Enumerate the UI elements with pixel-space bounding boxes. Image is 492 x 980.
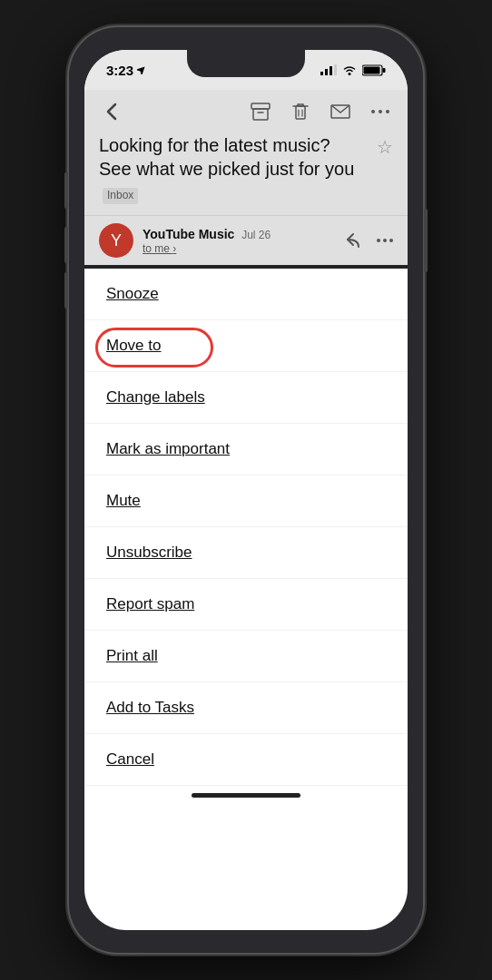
menu-item-mute[interactable]: Mute (84, 475, 408, 527)
email-nav-row (99, 99, 393, 124)
home-indicator[interactable] (192, 793, 300, 798)
header-action-icons (248, 99, 393, 124)
star-icon[interactable]: ☆ (377, 135, 393, 159)
signal-icon (320, 64, 337, 75)
menu-sheet: SnoozeMove toChange labelsMark as import… (84, 269, 408, 786)
sender-date: Jul 26 (239, 229, 271, 241)
wifi-icon (342, 64, 357, 75)
svg-rect-8 (364, 66, 380, 74)
menu-item-add-to-tasks[interactable]: Add to Tasks (84, 682, 408, 734)
svg-rect-1 (320, 72, 323, 75)
sender-name-row: YouTube Music Jul 26 (143, 226, 337, 242)
svg-point-18 (379, 110, 382, 113)
menu-item-snooze[interactable]: Snooze (84, 269, 408, 320)
svg-rect-2 (325, 69, 328, 75)
svg-point-20 (377, 239, 380, 242)
sender-info: YouTube Music Jul 26 to me › (143, 226, 337, 255)
svg-point-5 (349, 73, 351, 75)
back-button[interactable] (99, 99, 124, 124)
mark-read-button[interactable] (328, 99, 353, 124)
status-icons (320, 64, 386, 76)
sender-to[interactable]: to me › (143, 242, 337, 255)
archive-button[interactable] (248, 99, 273, 124)
svg-point-22 (389, 239, 393, 242)
status-time: 3:23 (106, 63, 146, 78)
battery-icon (362, 64, 386, 76)
svg-marker-0 (137, 65, 146, 74)
sender-actions (346, 232, 393, 249)
status-bar: 3:23 (84, 50, 408, 90)
email-header: Looking for the latest music? See what w… (84, 90, 408, 215)
location-icon (137, 65, 146, 74)
svg-rect-7 (383, 68, 386, 73)
notch (187, 50, 305, 77)
email-subject: Looking for the latest music? See what w… (99, 133, 393, 204)
menu-item-cancel[interactable]: Cancel (84, 734, 408, 786)
svg-rect-10 (253, 109, 268, 120)
menu-items-list: SnoozeMove toChange labelsMark as import… (84, 269, 408, 786)
menu-item-change-labels[interactable]: Change labels (84, 372, 408, 424)
menu-item-print-all[interactable]: Print all (84, 631, 408, 682)
svg-rect-3 (330, 66, 332, 75)
svg-rect-13 (296, 106, 305, 119)
menu-item-mark-as-important[interactable]: Mark as important (84, 424, 408, 475)
more-button[interactable] (368, 99, 393, 124)
menu-item-report-spam[interactable]: Report spam (84, 579, 408, 631)
email-more-button[interactable] (377, 238, 393, 243)
email-sender-row: Y YouTube Music Jul 26 to me › (84, 215, 408, 265)
inbox-badge: Inbox (103, 188, 138, 204)
menu-item-move-to[interactable]: Move to (84, 320, 408, 372)
reply-button[interactable] (346, 232, 366, 249)
svg-rect-9 (251, 103, 270, 109)
sender-name: YouTube Music (143, 227, 234, 241)
phone-device: 3:23 (69, 27, 423, 953)
move-to-highlight-circle (95, 328, 213, 368)
delete-button[interactable] (288, 99, 313, 124)
svg-point-19 (386, 110, 389, 113)
phone-screen: 3:23 (84, 50, 408, 930)
sender-avatar: Y (99, 223, 133, 258)
menu-item-unsubscribe[interactable]: Unsubscribe (84, 527, 408, 579)
svg-rect-4 (334, 64, 337, 75)
svg-point-21 (383, 239, 387, 242)
svg-point-17 (371, 110, 375, 113)
